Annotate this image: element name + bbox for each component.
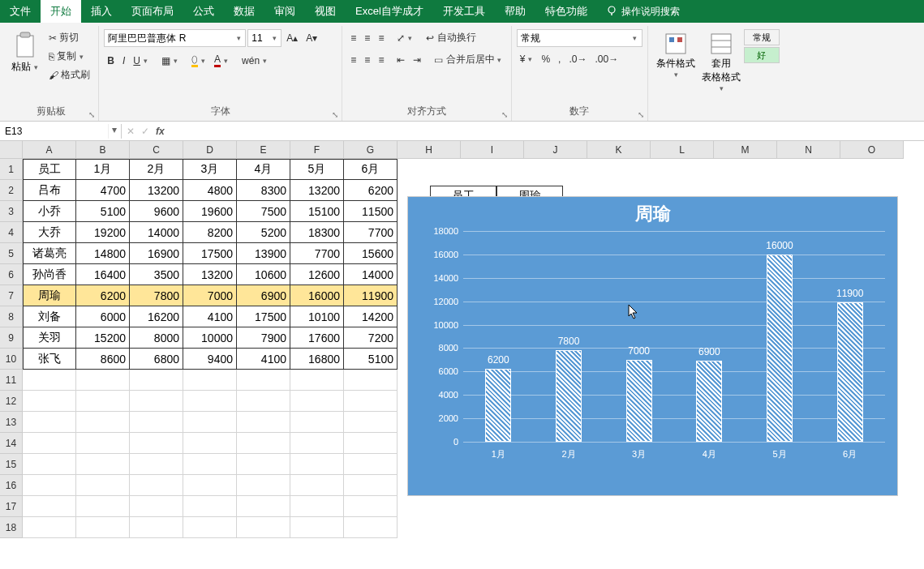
cell-D18[interactable] [183,517,237,538]
col-head-J[interactable]: J [524,141,587,159]
cell-E15[interactable] [237,454,290,475]
tab-excel-self-study[interactable]: Excel自学成才 [346,0,433,23]
increase-font-button[interactable]: A▴ [283,31,301,45]
row-head-4[interactable]: 4 [0,222,23,243]
chart-bar[interactable] [696,361,722,442]
cell-F15[interactable] [290,454,344,475]
row-head-14[interactable]: 14 [0,433,23,454]
col-head-B[interactable]: B [76,141,130,159]
cell-B12[interactable] [76,391,130,412]
cell-A10[interactable]: 张飞 [23,349,76,370]
number-expand-icon[interactable]: ⤡ [638,110,644,119]
cell-A1[interactable]: 员工 [23,159,76,180]
cell-B6[interactable]: 16400 [76,264,130,285]
cell-A4[interactable]: 大乔 [23,222,76,243]
cell-F7[interactable]: 16000 [290,285,344,306]
chart[interactable]: 周瑜 0200040006000800010000120001400016000… [407,196,898,496]
cell-E7[interactable]: 6900 [237,285,290,306]
cell-E11[interactable] [237,370,290,391]
formula-input[interactable] [170,123,924,139]
cell-F8[interactable]: 10100 [290,306,344,327]
font-name-combo[interactable]: 阿里巴巴普惠体 R▾ [104,29,246,47]
cell-G4[interactable]: 7700 [344,222,398,243]
cell-C14[interactable] [130,433,183,454]
cell-C11[interactable] [130,370,183,391]
increase-decimal-button[interactable]: .0→ [565,52,590,66]
cell-G7[interactable]: 11900 [344,285,398,306]
cell-B4[interactable]: 19200 [76,222,130,243]
border-button[interactable]: ▦▾ [158,53,182,68]
name-box[interactable]: ▾ [0,124,122,139]
align-right-button[interactable]: ≡ [375,53,387,67]
tab-developer[interactable]: 开发工具 [433,0,495,23]
cell-D15[interactable] [183,454,237,475]
cell-G3[interactable]: 11500 [344,201,398,222]
cell-E12[interactable] [237,391,290,412]
row-head-10[interactable]: 10 [0,349,23,370]
orientation-button[interactable]: ⤢▾ [393,31,416,45]
conditional-format-button[interactable]: 条件格式▾ [653,29,698,80]
col-head-F[interactable]: F [290,141,344,159]
cell-C16[interactable] [130,475,183,496]
row-head-13[interactable]: 13 [0,412,23,433]
col-head-M[interactable]: M [714,141,777,159]
cell-F4[interactable]: 18300 [290,222,344,243]
fill-color-button[interactable]: ⬯▾ [188,52,209,69]
cell-B5[interactable]: 14800 [76,243,130,264]
font-color-button[interactable]: A▾ [211,52,232,69]
cell-C2[interactable]: 13200 [130,180,183,201]
col-head-K[interactable]: K [587,141,651,159]
cell-A11[interactable] [23,370,76,391]
wrap-text-button[interactable]: ↩ 自动换行 [423,29,479,46]
row-head-15[interactable]: 15 [0,454,23,475]
cell-E17[interactable] [237,496,290,517]
row-head-11[interactable]: 11 [0,370,23,391]
col-head-C[interactable]: C [130,141,183,159]
cell-A2[interactable]: 吕布 [23,180,76,201]
name-box-dropdown[interactable]: ▾ [108,124,121,139]
cell-C15[interactable] [130,454,183,475]
cell-E13[interactable] [237,412,290,433]
clipboard-expand-icon[interactable]: ⤡ [88,110,95,119]
cell-D5[interactable]: 17500 [183,243,237,264]
cell-E1[interactable]: 4月 [237,159,290,180]
cell-E16[interactable] [237,475,290,496]
font-expand-icon[interactable]: ⤡ [332,110,338,119]
cell-C10[interactable]: 6800 [130,349,183,370]
cell-B14[interactable] [76,433,130,454]
cell-C18[interactable] [130,517,183,538]
cell-A6[interactable]: 孙尚香 [23,264,76,285]
cell-G12[interactable] [344,391,398,412]
col-head-A[interactable]: A [23,141,76,159]
chart-bar[interactable] [767,255,793,442]
cell-G9[interactable]: 7200 [344,327,398,349]
table-format-button[interactable]: 套用 表格格式▾ [698,29,744,94]
cell-F17[interactable] [290,496,344,517]
chart-bar[interactable] [837,302,863,442]
cell-D16[interactable] [183,475,237,496]
cell-D10[interactable]: 9400 [183,349,237,370]
col-head-O[interactable]: O [840,141,904,159]
format-painter-button[interactable]: 🖌 格式刷 [45,66,93,83]
align-bottom-button[interactable]: ≡ [375,31,387,45]
cell-E8[interactable]: 17500 [237,306,290,327]
cell-C5[interactable]: 16900 [130,243,183,264]
italic-button[interactable]: I [119,53,128,68]
style-good[interactable]: 好 [744,47,780,63]
cell-B8[interactable]: 6000 [76,306,130,327]
align-middle-button[interactable]: ≡ [361,31,373,45]
cell-G16[interactable] [344,475,398,496]
cell-E14[interactable] [237,433,290,454]
cell-A7[interactable]: 周瑜 [23,285,76,306]
cell-B17[interactable] [76,496,130,517]
cell-G1[interactable]: 6月 [344,159,398,180]
font-size-combo[interactable]: 11▾ [247,29,281,47]
cell-G18[interactable] [344,517,398,538]
cell-E9[interactable]: 7900 [237,327,290,349]
cell-A8[interactable]: 刘备 [23,306,76,327]
chart-bar[interactable] [485,369,511,442]
comma-button[interactable]: , [555,52,564,66]
cancel-formula-icon[interactable]: ✕ [127,126,135,137]
cell-G5[interactable]: 15600 [344,243,398,264]
row-head-3[interactable]: 3 [0,201,23,222]
